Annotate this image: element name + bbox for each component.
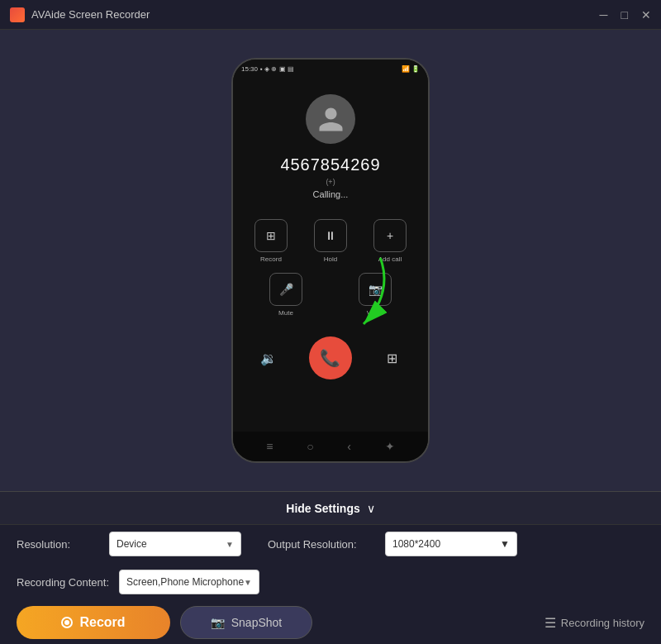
status-bar: 15:30 ▪ ◈ ⊕ ▣ ▤ 📶 🔋 xyxy=(233,60,428,78)
keypad-button[interactable]: ⊞ xyxy=(378,343,407,373)
history-icon: ☰ xyxy=(544,615,556,631)
status-time: 15:30 xyxy=(241,65,258,73)
camera-icon: 📷 xyxy=(211,616,225,629)
hold-action-label: Hold xyxy=(324,255,337,263)
settings-row-2: Recording Content: Screen,Phone Micropho… xyxy=(0,563,661,601)
output-resolution-value: 1080*2400 xyxy=(392,538,440,550)
status-right: 📶 🔋 xyxy=(402,65,420,73)
hold-action[interactable]: ⏸ Hold xyxy=(314,219,347,263)
output-resolution-dropdown-arrow: ▼ xyxy=(500,538,510,550)
history-label: Recording history xyxy=(561,617,644,629)
status-indicators: ▪ ◈ ⊕ ▣ ▤ xyxy=(260,65,294,73)
signal-icon: 📶 xyxy=(402,65,410,73)
hide-settings-bar[interactable]: Hide Settings ∨ xyxy=(0,492,661,525)
resolution-value: Device xyxy=(117,538,147,550)
recording-content-label: Recording Content: xyxy=(17,576,109,589)
call-actions-row1: ⊞ Record ⏸ Hold + Add call xyxy=(241,219,420,263)
call-actions-row2: 🎤 Mute 📷 Video xyxy=(241,273,420,317)
caller-avatar xyxy=(306,94,355,144)
chevron-down-icon: ∨ xyxy=(367,502,375,515)
phone-container: 15:30 ▪ ◈ ⊕ ▣ ▤ 📶 🔋 4567854269 xyxy=(0,30,661,491)
nav-back-icon[interactable]: ‹ xyxy=(347,440,351,453)
call-screen: 4567854269 (+) Calling... ⊞ Record ⏸ Hol… xyxy=(233,78,428,432)
app-title: AVAide Screen Recorder xyxy=(31,8,150,21)
calling-text: Calling... xyxy=(313,189,349,199)
nav-menu-icon[interactable]: ≡ xyxy=(266,440,273,453)
person-icon xyxy=(316,105,345,134)
snapshot-label: SnapShot xyxy=(231,616,283,629)
recording-history-button[interactable]: ☰ Recording history xyxy=(544,615,644,631)
record-action[interactable]: ⊞ Record xyxy=(254,219,288,263)
snapshot-button[interactable]: 📷 SnapShot xyxy=(180,606,312,639)
caller-number: 4567854269 xyxy=(280,155,380,174)
record-button[interactable]: Record xyxy=(17,606,170,639)
resolution-select[interactable]: Device ▼ xyxy=(109,532,241,556)
call-controls: 🔉 📞 ⊞ xyxy=(241,336,420,379)
video-action[interactable]: 📷 Video xyxy=(359,273,392,317)
output-resolution-label: Output Resolution: xyxy=(268,538,375,551)
mute-action-label: Mute xyxy=(278,309,293,317)
app-icon xyxy=(10,7,25,22)
record-dot-inner xyxy=(64,620,69,625)
phone-nav: ≡ ○ ‹ ✦ xyxy=(233,432,428,461)
record-label: Record xyxy=(79,615,125,630)
hold-action-icon: ⏸ xyxy=(314,219,347,252)
status-left: 15:30 ▪ ◈ ⊕ ▣ ▤ xyxy=(241,65,294,73)
window-controls: ─ □ ✕ xyxy=(600,9,651,21)
title-bar: AVAide Screen Recorder ─ □ ✕ xyxy=(0,0,661,30)
phone-device: 15:30 ▪ ◈ ⊕ ▣ ▤ 📶 🔋 4567854269 xyxy=(231,58,430,463)
main-area: 15:30 ▪ ◈ ⊕ ▣ ▤ 📶 🔋 4567854269 xyxy=(0,30,661,644)
video-action-icon: 📷 xyxy=(359,273,392,306)
title-bar-left: AVAide Screen Recorder xyxy=(10,7,150,22)
caller-label: (+) xyxy=(326,178,335,186)
volume-button[interactable]: 🔉 xyxy=(254,343,283,373)
output-resolution-select[interactable]: 1080*2400 ▼ xyxy=(385,532,517,556)
settings-row-1: Resolution: Device ▼ Output Resolution: … xyxy=(0,525,661,563)
record-action-label: Record xyxy=(260,255,282,263)
settings-panel: Hide Settings ∨ Resolution: Device ▼ Out… xyxy=(0,491,661,601)
add-call-action[interactable]: + Add call xyxy=(373,219,407,263)
battery-icon: 🔋 xyxy=(411,65,420,73)
add-call-icon: + xyxy=(373,219,407,252)
nav-screenshot-icon[interactable]: ✦ xyxy=(385,440,395,453)
mute-action-icon: 🎤 xyxy=(269,273,302,306)
resolution-label: Resolution: xyxy=(17,538,99,551)
maximize-button[interactable]: □ xyxy=(621,9,628,21)
video-action-label: Video xyxy=(367,309,383,317)
end-call-button[interactable]: 📞 xyxy=(309,336,352,379)
record-dot-icon xyxy=(61,617,73,628)
hide-settings-label: Hide Settings xyxy=(286,502,359,515)
recording-content-select[interactable]: Screen,Phone Microphone ▼ xyxy=(119,570,259,594)
mute-action[interactable]: 🎤 Mute xyxy=(269,273,302,317)
resolution-dropdown-arrow: ▼ xyxy=(226,540,234,549)
record-action-icon: ⊞ xyxy=(254,219,288,252)
recording-content-dropdown-arrow: ▼ xyxy=(244,578,252,587)
minimize-button[interactable]: ─ xyxy=(600,9,608,21)
action-bar: Record 📷 SnapShot ☰ Recording history xyxy=(0,601,661,644)
add-call-label: Add call xyxy=(378,255,402,263)
close-button[interactable]: ✕ xyxy=(641,9,651,21)
nav-home-icon[interactable]: ○ xyxy=(307,440,313,453)
recording-content-value: Screen,Phone Microphone xyxy=(126,576,244,588)
